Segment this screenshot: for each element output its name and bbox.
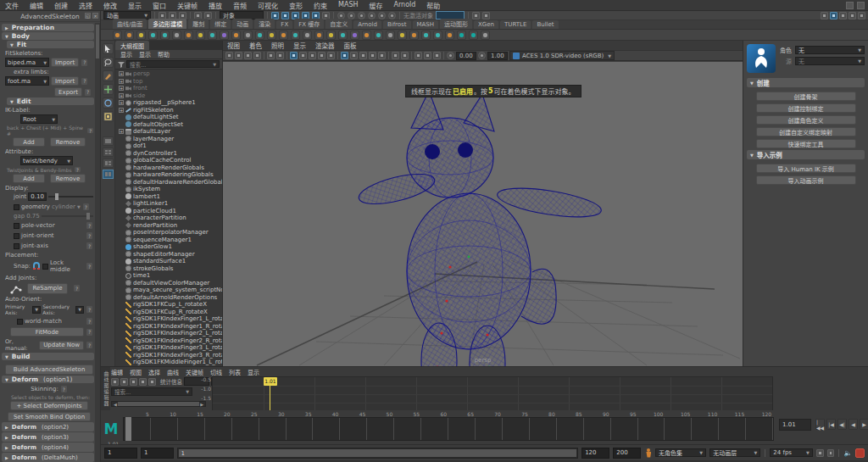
help-button[interactable]: ?: [81, 77, 88, 86]
joint-size-slider[interactable]: [48, 196, 93, 198]
help-button[interactable]: ?: [73, 284, 81, 292]
channel-box-toggle-icon[interactable]: [858, 12, 865, 19]
outliner-item[interactable]: + lightLinker1: [117, 200, 222, 208]
import-section-header[interactable]: ▼导入示例: [747, 150, 865, 159]
iklabel-dropdown[interactable]: Root▼: [20, 114, 58, 124]
graph-editor-menu-item[interactable]: 曲线: [167, 368, 179, 376]
shelf-icon[interactable]: [208, 31, 217, 40]
magnet-icon[interactable]: [32, 262, 41, 270]
layout-outliner-icon[interactable]: [103, 170, 114, 179]
shelf-tab[interactable]: 多边形建模: [148, 19, 186, 29]
remove-attr-button[interactable]: Remove: [50, 174, 86, 183]
section-deform1[interactable]: ▼Deform(option1): [2, 376, 94, 383]
shelf-icon[interactable]: [338, 31, 348, 40]
float-panel-icon[interactable]: ◱: [85, 13, 91, 19]
render-view-icon[interactable]: [368, 12, 376, 19]
menu-item[interactable]: 选择: [79, 1, 92, 10]
character-set-dropdown[interactable]: 无角色集▼: [655, 448, 706, 457]
graph-hscrollbar[interactable]: ◀▶: [111, 401, 206, 407]
add-attr-button[interactable]: Add: [13, 174, 45, 183]
geometry-checkbox[interactable]: [14, 204, 19, 210]
shelf-icon[interactable]: [398, 31, 407, 40]
graph-search-input[interactable]: 搜索...▼: [111, 387, 192, 396]
shelf-icon[interactable]: [469, 31, 478, 40]
gamma-field[interactable]: 1.00: [487, 52, 508, 60]
shelf-tab[interactable]: 绑定: [210, 19, 231, 29]
playback-button[interactable]: ◀: [849, 419, 858, 430]
help-button[interactable]: ?: [82, 203, 90, 211]
time-slider-track[interactable]: 5101520253035404550556065707580859095100…: [123, 417, 774, 441]
shelf-tab[interactable]: XGen: [474, 20, 498, 29]
graph-editor-menu-item[interactable]: 关键帧: [186, 368, 203, 376]
shelf-tab[interactable]: Arnold: [353, 20, 381, 29]
textured-icon[interactable]: [359, 52, 367, 59]
playback-button[interactable]: ◀|: [837, 419, 847, 430]
region-tool-icon[interactable]: [139, 378, 147, 386]
menu-item[interactable]: 修改: [103, 1, 117, 10]
highlight-icon[interactable]: [482, 12, 490, 19]
shelf-tab[interactable]: 渲染: [254, 19, 275, 29]
shelf-tab[interactable]: 自定义: [326, 19, 352, 29]
menu-item[interactable]: 窗口: [153, 1, 166, 10]
menu-item[interactable]: Arnold: [393, 1, 415, 10]
outliner-menu-item[interactable]: 帮助: [158, 50, 170, 58]
display-checkbox[interactable]: [14, 223, 19, 229]
shelf-icon[interactable]: [291, 31, 300, 40]
lighting-icon[interactable]: [369, 52, 376, 59]
xray-icon[interactable]: [392, 52, 399, 59]
shaded-icon[interactable]: [350, 52, 358, 59]
outliner-item[interactable]: + rigSDK1FKMiddleFinger1_L_rotateY: [117, 359, 222, 366]
viewport-3d-view[interactable]: 线框显示现在已启用。按 5 可在着色模式下显示对象。 persp: [223, 62, 743, 366]
create-section-header[interactable]: ▼创建: [747, 78, 865, 87]
viewport-menu-item[interactable]: 渲染器: [315, 41, 335, 50]
move-keys-icon[interactable]: [111, 378, 119, 386]
outliner-item[interactable]: + defaultViewColorManager: [117, 280, 222, 287]
viewport-menu-item[interactable]: 显示: [293, 41, 306, 50]
extra-file-dropdown[interactable]: foot.ma▼: [5, 76, 49, 86]
collapsed-section[interactable]: ▶Deform(DeltaMush): [2, 453, 94, 462]
construction-history-icon[interactable]: [358, 12, 365, 19]
shelf-tab[interactable]: Bifrost: [383, 20, 411, 29]
shelf-tab[interactable]: Bullet: [532, 20, 558, 29]
outliner-item[interactable]: + defaultArnoldRenderOptions: [117, 294, 222, 302]
outliner-item[interactable]: + dynController1: [117, 150, 222, 158]
layout-icon[interactable]: [857, 2, 865, 9]
anim-start-field[interactable]: 1: [141, 448, 174, 459]
viewport-menu-item[interactable]: 着色: [249, 41, 262, 50]
primary-axis-dropdown[interactable]: ▼: [32, 306, 41, 314]
hik-import-button[interactable]: 导入 Human IK 示例: [756, 164, 856, 173]
shelf-icon[interactable]: [220, 31, 229, 40]
help-button[interactable]: ?: [81, 58, 88, 67]
shelf-tab[interactable]: 雕刻: [188, 19, 209, 29]
expand-icon[interactable]: +: [119, 108, 124, 113]
shelf-tab[interactable]: 动画: [232, 19, 253, 29]
outliner-menu-item[interactable]: 显示: [120, 50, 132, 58]
help-button[interactable]: ?: [74, 166, 81, 173]
outliner-item[interactable]: + particleCloud1: [117, 208, 222, 215]
section-preparation[interactable]: ▶Preparation: [2, 24, 94, 31]
layout-four-icon[interactable]: [103, 148, 114, 157]
select-tool-icon[interactable]: [103, 43, 114, 54]
collapsed-section[interactable]: ▶Deform(option3): [2, 432, 94, 442]
outliner-item[interactable]: + defaultLightSet: [117, 114, 222, 121]
humanik-toggle-icon[interactable]: [830, 12, 837, 19]
shelf-icon[interactable]: [172, 31, 181, 40]
lock-middle-checkbox[interactable]: [42, 264, 48, 270]
menu-item[interactable]: 文件: [5, 1, 19, 10]
shelf-icon[interactable]: [148, 31, 158, 40]
world-match-checkbox[interactable]: [17, 319, 23, 325]
anim-layer-dropdown[interactable]: 无动画层▼: [709, 448, 760, 457]
shelf-icon[interactable]: [314, 31, 324, 40]
outliner-item[interactable]: + shapeEditorManager: [117, 251, 222, 259]
graph-editor-menu-item[interactable]: 编辑: [111, 368, 123, 376]
select-deformjoints-button[interactable]: + Select DeformJoints: [10, 401, 88, 410]
help-button[interactable]: ?: [86, 317, 93, 326]
graph-editor-menu-item[interactable]: 显示: [248, 368, 259, 376]
outliner-item[interactable]: + rigSDK1FKIndexFinger1_L_rotateZ: [117, 315, 222, 323]
graph-playhead-flag[interactable]: 1.01: [264, 377, 277, 386]
camera-attributes-icon[interactable]: [244, 52, 252, 59]
2d-pan-zoom-icon[interactable]: [276, 52, 284, 59]
section-build[interactable]: ▼Build: [2, 353, 94, 360]
menu-item[interactable]: 约束: [314, 1, 327, 10]
help-button[interactable]: ?: [86, 328, 93, 337]
